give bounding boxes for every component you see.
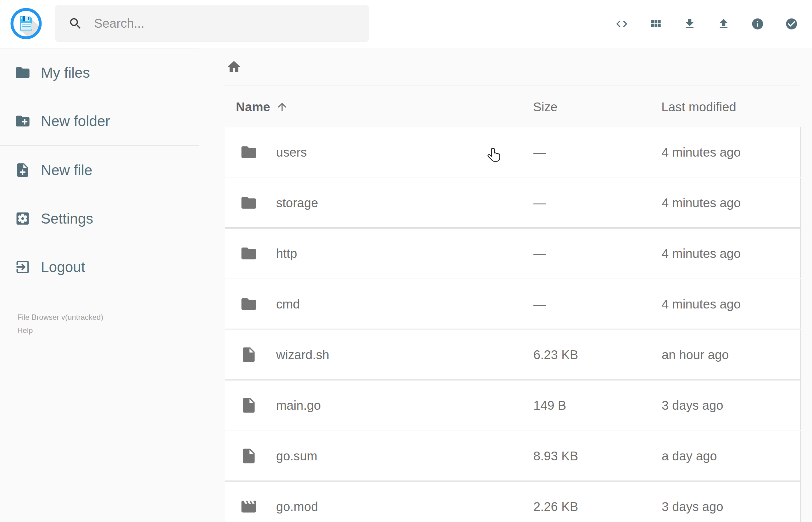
info-button[interactable] (751, 17, 764, 31)
sidebar: My files New folder New file Settings Lo… (0, 48, 199, 522)
sidebar-item-label: Logout (41, 259, 85, 276)
breadcrumb[interactable] (226, 59, 242, 74)
upload-icon (717, 17, 730, 31)
file-name: users (276, 145, 307, 159)
file-name: storage (276, 196, 318, 210)
file-name: http (276, 246, 297, 260)
sidebar-nav: My files New folder New file Settings Lo… (0, 48, 199, 291)
sort-ascending-icon (276, 101, 288, 113)
file-size: 2.26 KB (533, 499, 578, 514)
file-size: 6.23 KB (533, 347, 578, 362)
file-icon (240, 397, 258, 414)
sidebar-item-label: New folder (41, 113, 110, 129)
file-name: wizard.sh (276, 347, 329, 362)
check-circle-icon (785, 17, 798, 31)
code-icon (615, 17, 628, 31)
sidebar-item-new-file[interactable]: New file (0, 146, 199, 194)
file-icon (240, 346, 258, 363)
file-name: main.go (276, 398, 321, 412)
settings-icon (15, 210, 31, 227)
file-name: cmd (276, 297, 300, 311)
sidebar-item-new-folder[interactable]: New folder (0, 97, 199, 145)
table-row[interactable]: storage — 4 minutes ago (225, 178, 801, 228)
file-size: — (533, 196, 546, 210)
file-name: go.sum (276, 449, 317, 463)
search-input[interactable] (94, 16, 369, 31)
folder-icon (240, 245, 258, 262)
table-row[interactable]: users — 4 minutes ago (225, 127, 801, 177)
sidebar-item-label: My files (41, 64, 90, 81)
table-row[interactable]: cmd — 4 minutes ago (225, 279, 801, 329)
file-modified: 4 minutes ago (662, 297, 740, 311)
breadcrumb-divider (223, 85, 801, 86)
topbar-actions (615, 0, 798, 48)
file-modified: an hour ago (662, 347, 729, 362)
file-size: — (533, 246, 546, 260)
search-box[interactable] (55, 5, 369, 42)
column-header-name-label: Name (236, 100, 270, 114)
file-modified: 4 minutes ago (662, 196, 740, 210)
table-row[interactable]: http — 4 minutes ago (225, 228, 801, 278)
file-name: go.mod (276, 499, 318, 514)
file-size: — (533, 145, 546, 159)
file-modified: 3 days ago (662, 398, 723, 412)
file-size: 149 B (533, 398, 566, 412)
table-row[interactable]: go.mod 2.26 KB 3 days ago (225, 481, 801, 522)
grid-view-icon (649, 17, 662, 31)
sidebar-item-logout[interactable]: Logout (0, 243, 199, 291)
sidebar-item-label: Settings (41, 210, 93, 227)
version-link[interactable]: File Browser v(untracked) (17, 311, 103, 324)
file-icon (240, 447, 258, 465)
sidebar-item-my-files[interactable]: My files (0, 48, 199, 97)
search-icon (68, 16, 83, 31)
file-modified: 3 days ago (662, 499, 723, 514)
download-button[interactable] (683, 17, 696, 31)
floppy-disk-logo-icon (11, 8, 42, 39)
file-modified: 4 minutes ago (662, 246, 740, 260)
folder-icon (240, 143, 258, 161)
sidebar-item-settings[interactable]: Settings (0, 194, 199, 243)
new-folder-icon (15, 113, 31, 129)
folder-icon (240, 194, 258, 212)
upload-button[interactable] (717, 17, 730, 31)
column-header-name[interactable]: Name (236, 100, 288, 114)
help-link[interactable]: Help (17, 324, 103, 337)
folder-icon (15, 64, 31, 81)
logout-icon (15, 259, 31, 275)
column-header-size[interactable]: Size (533, 100, 557, 114)
download-icon (683, 17, 696, 31)
file-size: 8.93 KB (533, 449, 578, 463)
topbar (0, 0, 812, 48)
file-modified: a day ago (662, 449, 717, 463)
table-row[interactable]: go.sum 8.93 KB a day ago (225, 431, 801, 481)
shell-button[interactable] (615, 17, 628, 31)
file-size: — (533, 297, 546, 311)
new-file-icon (15, 162, 31, 178)
sidebar-item-label: New file (41, 162, 93, 179)
file-listing: users — 4 minutes ago storage — 4 minute… (225, 127, 801, 522)
column-header-modified[interactable]: Last modified (662, 100, 736, 114)
sidebar-footer: File Browser v(untracked) Help (17, 311, 103, 337)
info-icon (751, 17, 764, 31)
home-icon (228, 61, 240, 72)
table-row[interactable]: main.go 149 B 3 days ago (225, 380, 801, 430)
switch-view-button[interactable] (649, 17, 662, 31)
table-row[interactable]: wizard.sh 6.23 KB an hour ago (225, 329, 801, 380)
movie-icon (240, 498, 258, 516)
select-multiple-button[interactable] (785, 17, 798, 31)
app-logo[interactable] (11, 8, 42, 39)
folder-icon (240, 295, 258, 313)
file-modified: 4 minutes ago (662, 145, 740, 159)
